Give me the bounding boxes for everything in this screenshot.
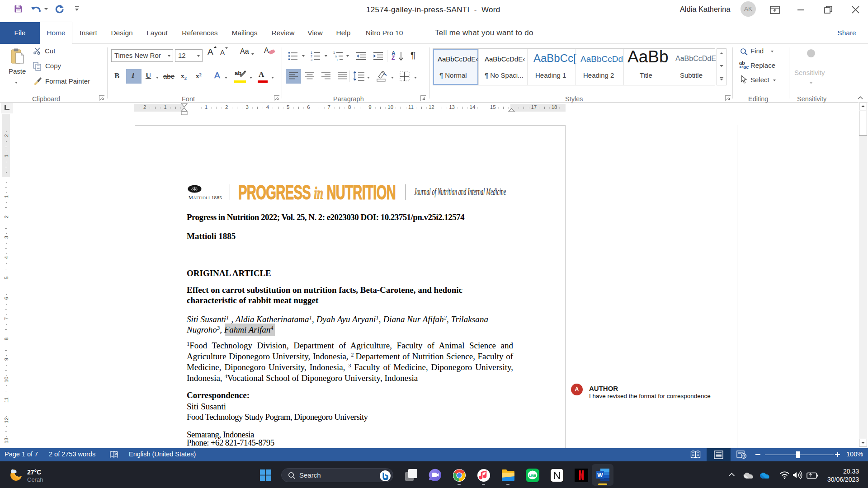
svg-text:W: W [597,472,603,479]
svg-text:LINE: LINE [529,474,536,477]
